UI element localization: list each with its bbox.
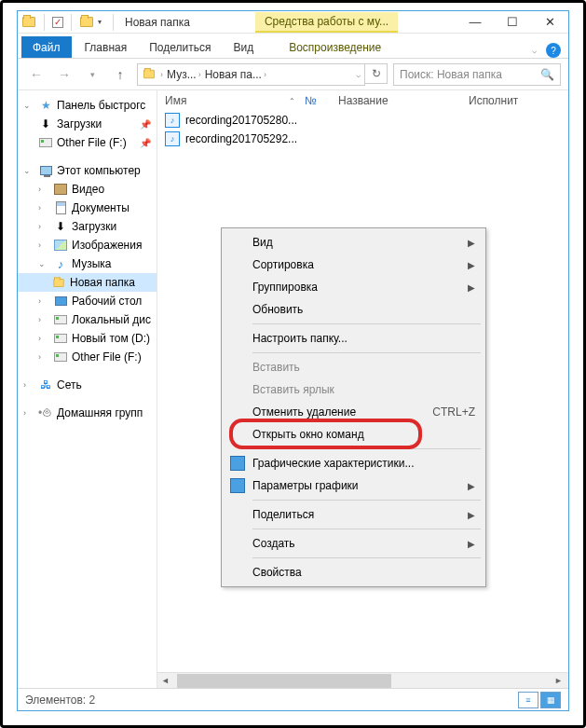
close-button[interactable]: ✕ — [531, 11, 568, 34]
recent-locations-dropdown[interactable]: ▾ — [81, 63, 103, 86]
maximize-button[interactable]: ☐ — [494, 11, 531, 34]
view-icons-button[interactable]: ▦ — [540, 692, 561, 708]
forward-button[interactable]: → — [53, 63, 75, 86]
audio-file-icon: ♪ — [165, 131, 180, 146]
column-headers: Имя⌃ № Название Исполнит — [157, 90, 568, 111]
tab-play[interactable]: Воспроизведение — [278, 36, 392, 58]
view-details-button[interactable]: ≡ — [518, 692, 538, 708]
ribbon-contextual-tab-label: Средства работы с му... — [255, 12, 398, 33]
intel-gfx-icon — [230, 478, 245, 493]
file-name: recording201705292... — [185, 132, 297, 145]
status-item-count: Элементов: 2 — [25, 694, 95, 707]
ctx-paste: Вставить — [225, 356, 483, 378]
ctx-paste-shortcut: Вставить ярлык — [225, 378, 483, 401]
new-folder-qat-icon[interactable] — [79, 15, 94, 30]
qat-dropdown-icon[interactable]: ▾ — [98, 18, 105, 26]
file-name: recording201705280... — [185, 114, 297, 127]
tree-desktop[interactable]: ›Рабочий стол — [18, 292, 157, 310]
breadcrumb-newfolder[interactable]: Новая па... › — [205, 68, 266, 81]
ctx-view[interactable]: Вид▶ — [225, 231, 483, 254]
ctx-open-command-window[interactable]: Открыть окно команд — [225, 423, 483, 446]
horizontal-scrollbar[interactable]: ◄ ► — [157, 672, 568, 688]
audio-file-icon: ♪ — [165, 113, 180, 128]
tree-new-folder[interactable]: Новая папка — [18, 273, 157, 292]
tab-home[interactable]: Главная — [74, 36, 139, 58]
folder-icon — [142, 67, 157, 82]
tree-downloads-2[interactable]: ›⬇Загрузки — [18, 217, 157, 236]
column-artist[interactable]: Исполнит — [469, 94, 561, 107]
separator — [44, 14, 45, 31]
search-icon: 🔍 — [540, 68, 554, 81]
address-dropdown-icon[interactable]: ⌵ — [356, 70, 361, 79]
tree-quick-access[interactable]: ⌄★Панель быстрогс — [18, 96, 157, 115]
help-icon[interactable]: ? — [546, 43, 561, 58]
refresh-button[interactable]: ↻ — [365, 63, 388, 84]
status-bar: Элементов: 2 ≡ ▦ — [18, 688, 568, 710]
file-row[interactable]: ♪ recording201705292... — [157, 130, 568, 148]
minimize-button[interactable]: — — [457, 11, 494, 34]
search-input[interactable]: Поиск: Новая папка 🔍 — [393, 63, 561, 86]
separator — [113, 14, 114, 31]
separator — [71, 14, 72, 31]
tree-new-volume[interactable]: ›Новый том (D:) — [18, 329, 157, 348]
tree-local-disk[interactable]: ›Локальный дис — [18, 310, 157, 329]
tab-share[interactable]: Поделиться — [138, 36, 222, 58]
nav-bar: ← → ▾ ↑ › Муз... › Новая па... › ⌵ ↻ Пои… — [18, 59, 568, 90]
ctx-new[interactable]: Создать▶ — [225, 532, 483, 555]
tab-file[interactable]: Файл — [21, 36, 72, 58]
ribbon-expand-icon[interactable]: ⌵ — [532, 46, 537, 55]
context-menu: Вид▶ Сортировка▶ Группировка▶ Обновить Н… — [221, 227, 486, 587]
tree-music[interactable]: ⌄♪Музыка — [18, 254, 157, 273]
up-button[interactable]: ↑ — [109, 63, 131, 86]
ctx-graphics-properties[interactable]: Графические характеристики... — [225, 452, 483, 474]
ctx-share[interactable]: Поделиться▶ — [225, 503, 483, 526]
quick-access-toolbar: ✓ ▾ — [18, 14, 117, 31]
window-title: Новая папка — [125, 16, 190, 29]
breadcrumb-music[interactable]: Муз... › — [167, 68, 201, 81]
ctx-customize-folder[interactable]: Настроить папку... — [225, 327, 483, 350]
search-placeholder: Поиск: Новая папка — [400, 68, 502, 81]
pin-icon: 📌 — [140, 138, 155, 148]
ctx-refresh[interactable]: Обновить — [225, 298, 483, 321]
folder-icon — [21, 15, 36, 30]
intel-gfx-icon — [230, 456, 245, 471]
ctx-graphics-options[interactable]: Параметры графики▶ — [225, 474, 483, 497]
ctx-properties[interactable]: Свойства — [225, 561, 483, 584]
ctx-group[interactable]: Группировка▶ — [225, 276, 483, 298]
ctx-sort[interactable]: Сортировка▶ — [225, 254, 483, 276]
tab-view[interactable]: Вид — [222, 36, 265, 58]
ctx-undo-delete[interactable]: Отменить удалениеCTRL+Z — [225, 401, 483, 423]
tree-downloads[interactable]: ⬇Загрузки📌 — [18, 115, 157, 133]
column-title[interactable]: Название — [338, 94, 459, 107]
nav-tree: ⌄★Панель быстрогс ⬇Загрузки📌 Other File … — [18, 90, 157, 688]
properties-qat-icon[interactable]: ✓ — [52, 17, 63, 28]
titlebar: ✓ ▾ Новая папка Средства работы с му... … — [18, 11, 568, 34]
tree-other-file[interactable]: Other File (F:)📌 — [18, 133, 157, 152]
ribbon-tabs: Файл Главная Поделиться Вид Воспроизведе… — [18, 34, 568, 59]
column-name[interactable]: Имя⌃ — [165, 94, 295, 107]
column-number[interactable]: № — [305, 94, 329, 107]
tree-other-file-2[interactable]: ›Other File (F:) — [18, 348, 157, 366]
breadcrumb-root-chevron[interactable]: › — [160, 70, 163, 79]
pin-icon: 📌 — [140, 119, 155, 130]
file-row[interactable]: ♪ recording201705280... — [157, 111, 568, 130]
tree-this-pc[interactable]: ⌄Этот компьютер — [18, 161, 157, 180]
explorer-window: ✓ ▾ Новая папка Средства работы с му... … — [17, 10, 569, 711]
tree-network[interactable]: ›🖧Сеть — [18, 376, 157, 394]
scrollbar-thumb[interactable] — [177, 674, 391, 688]
tree-pictures[interactable]: ›Изображения — [18, 236, 157, 254]
tree-homegroup[interactable]: ›•࿉Домашняя групп — [18, 404, 157, 422]
back-button[interactable]: ← — [25, 63, 48, 86]
tree-documents[interactable]: ›Документы — [18, 199, 157, 217]
address-bar[interactable]: › Муз... › Новая па... › ⌵ — [137, 63, 365, 86]
tree-video[interactable]: ›Видео — [18, 180, 157, 199]
